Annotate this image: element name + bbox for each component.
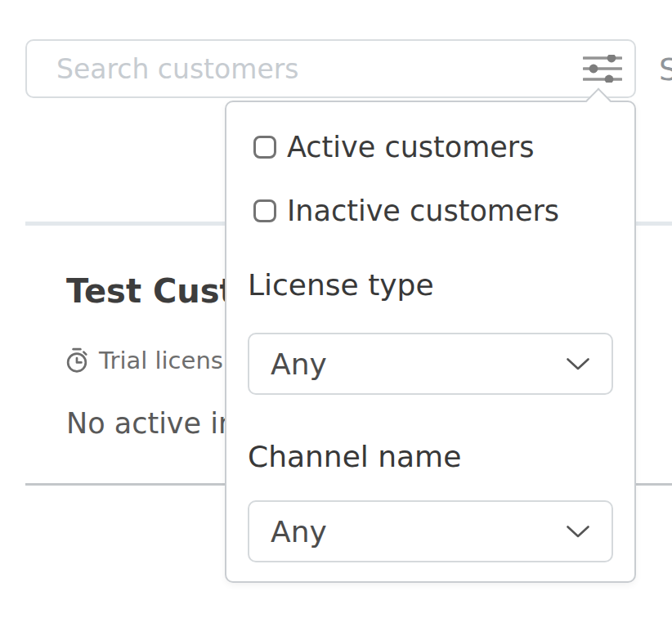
license-type-value: Any xyxy=(271,347,566,381)
customers-page: S Test Cust Trial licens No active in Ac… xyxy=(0,0,672,618)
license-type-label: License type xyxy=(248,268,434,302)
active-customers-option[interactable]: Active customers xyxy=(253,131,534,163)
chevron-down-icon xyxy=(566,357,590,371)
channel-name-label: Channel name xyxy=(248,440,461,473)
search-box xyxy=(25,39,636,98)
sort-text-partial[interactable]: S xyxy=(659,52,672,87)
filter-popover: Active customers Inactive customers Lice… xyxy=(225,101,636,583)
inactive-customers-option[interactable]: Inactive customers xyxy=(253,195,559,227)
license-type-text: Trial licens xyxy=(99,347,223,374)
stopwatch-icon xyxy=(65,347,89,374)
license-type-select[interactable]: Any xyxy=(248,333,613,395)
inactive-customers-checkbox[interactable] xyxy=(253,199,276,222)
customer-status-text: No active in xyxy=(66,407,236,440)
search-input[interactable] xyxy=(27,41,634,96)
active-customers-label: Active customers xyxy=(287,131,534,163)
channel-name-value: Any xyxy=(271,515,566,549)
filter-button[interactable] xyxy=(579,49,626,88)
filter-sliders-icon xyxy=(583,55,622,83)
active-customers-checkbox[interactable] xyxy=(253,136,276,159)
channel-name-select[interactable]: Any xyxy=(248,500,613,562)
chevron-down-icon xyxy=(566,525,590,539)
inactive-customers-label: Inactive customers xyxy=(287,195,559,227)
customer-license-row: Trial licens xyxy=(65,347,223,374)
customer-name: Test Cust xyxy=(66,272,235,310)
